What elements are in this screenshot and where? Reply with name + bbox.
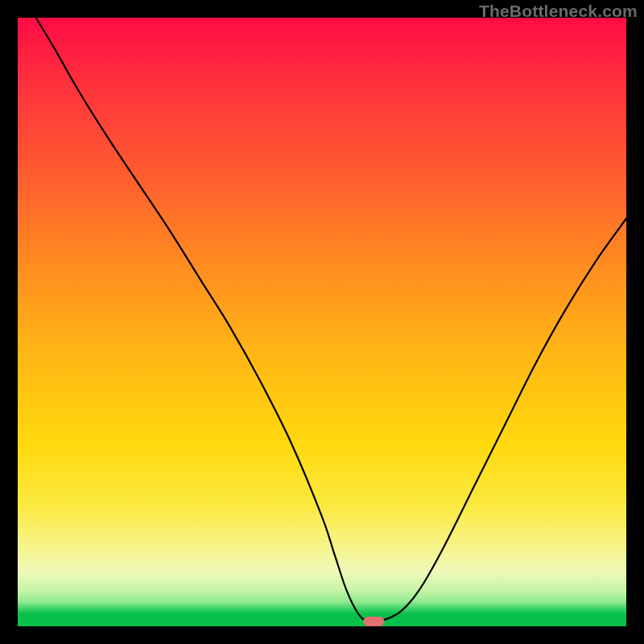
- optimal-marker: [363, 617, 384, 626]
- plot-area: [18, 18, 626, 626]
- chart-svg: [18, 18, 626, 626]
- chart-frame: TheBottleneck.com: [0, 0, 644, 644]
- bottleneck-curve: [36, 18, 626, 621]
